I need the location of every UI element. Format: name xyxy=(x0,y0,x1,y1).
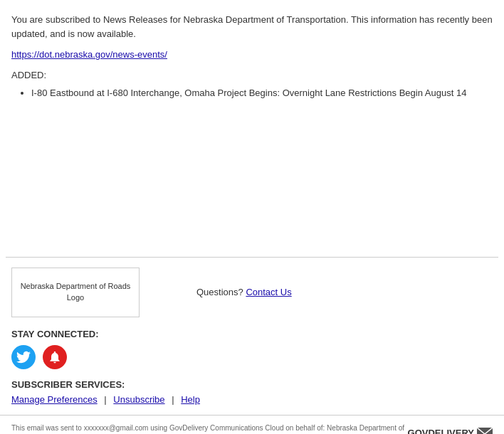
list-item: I-80 Eastbound at I-680 Interchange, Oma… xyxy=(31,86,493,100)
intro-paragraph: You are subscribed to News Releases for … xyxy=(11,13,493,41)
added-label: ADDED: xyxy=(11,70,493,80)
questions-text: Questions? xyxy=(196,287,243,297)
manage-preferences-link[interactable]: Manage Preferences xyxy=(11,394,98,405)
bell-icon xyxy=(48,350,62,364)
updates-list: I-80 Eastbound at I-680 Interchange, Oma… xyxy=(31,86,493,100)
logo-alt-text: Nebraska Department of Roads Logo xyxy=(16,281,135,303)
unsubscribe-link[interactable]: Unsubscribe xyxy=(113,394,164,405)
spacer xyxy=(0,115,504,257)
separator-2: | xyxy=(172,394,174,405)
questions-area: Questions? Contact Us xyxy=(196,287,292,297)
stay-connected-section: STAY CONNECTED: xyxy=(11,329,493,369)
twitter-icon[interactable] xyxy=(11,345,36,369)
govdelivery-text: GOVDELIVERY xyxy=(408,428,474,434)
news-link[interactable]: https://dot.nebraska.gov/news-events/ xyxy=(11,49,493,60)
bottom-disclaimer-text: This email was sent to xxxxxxx@gmail.com… xyxy=(11,423,404,435)
footer-section: Nebraska Department of Roads Logo Questi… xyxy=(0,258,504,405)
contact-us-link[interactable]: Contact Us xyxy=(246,287,291,297)
organization-logo-box: Nebraska Department of Roads Logo xyxy=(11,268,140,317)
notification-icon[interactable] xyxy=(43,345,67,369)
footer-top: Nebraska Department of Roads Logo Questi… xyxy=(11,268,493,317)
stay-connected-label: STAY CONNECTED: xyxy=(11,329,493,339)
govdelivery-logo: GOVDELIVERY xyxy=(408,428,493,435)
social-icons-container xyxy=(11,345,493,369)
separator-1: | xyxy=(104,394,106,405)
subscriber-services-label: SUBSCRIBER SERVICES: xyxy=(11,379,493,390)
envelope-icon xyxy=(477,428,493,435)
subscriber-links: Manage Preferences | Unsubscribe | Help xyxy=(11,394,493,405)
subscriber-services-section: SUBSCRIBER SERVICES: Manage Preferences … xyxy=(11,379,493,405)
bottom-bar: This email was sent to xxxxxxx@gmail.com… xyxy=(0,415,504,435)
disclaimer-line1: This email was sent to xxxxxxx@gmail.com… xyxy=(11,424,404,432)
twitter-bird-icon xyxy=(16,350,31,364)
main-content: You are subscribed to News Releases for … xyxy=(0,0,504,115)
help-link[interactable]: Help xyxy=(181,394,200,405)
